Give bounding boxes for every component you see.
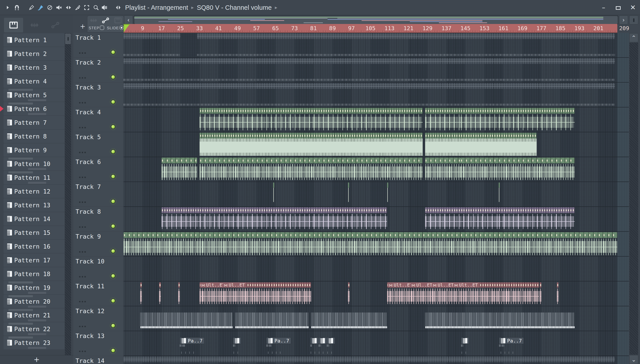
track-options-dots[interactable] — [79, 77, 80, 78]
slip-arrows-icon[interactable] — [64, 3, 73, 12]
track-options-dots[interactable] — [79, 202, 80, 203]
snap-magnet-icon[interactable] — [13, 3, 21, 12]
audio-clip-header[interactable] — [233, 133, 309, 138]
automation-tab[interactable] — [46, 18, 65, 32]
pattern-item[interactable]: Pattern 5 — [4, 88, 64, 102]
automation-clip-ticks[interactable] — [235, 312, 309, 326]
audio-clip-waveform[interactable] — [579, 238, 617, 256]
audio-clip-waveform[interactable] — [233, 114, 309, 131]
pattern-item[interactable]: Pattern 6 — [4, 102, 64, 116]
audio-clip-waveform[interactable] — [178, 288, 180, 304]
pattern-clip-header[interactable]: Pa..7 — [499, 337, 524, 344]
track-header[interactable]: Track 8 — [73, 207, 123, 231]
track-options-dots[interactable] — [79, 177, 80, 178]
track-header[interactable]: Track 1 — [73, 33, 123, 57]
audio-clip-waveform[interactable] — [352, 238, 428, 256]
audio-clip-header[interactable] — [309, 133, 385, 138]
audio-clip-header[interactable] — [233, 108, 309, 114]
pattern-item[interactable]: Pattern 3 — [4, 61, 64, 74]
audio-clip-header[interactable] — [537, 158, 575, 163]
audio-clip-header[interactable] — [159, 282, 161, 288]
audio-clip-waveform[interactable] — [557, 288, 558, 304]
audio-clip-header[interactable] — [309, 207, 387, 213]
breadcrumb-playlist[interactable]: Playlist - Arrangement — [125, 4, 188, 11]
audio-clip-header[interactable] — [233, 158, 309, 163]
track-options-dots[interactable] — [79, 301, 80, 302]
audio-clip-waveform[interactable] — [161, 214, 233, 230]
audio-clip-waveform[interactable] — [233, 138, 309, 156]
pattern-clip[interactable]: Pa..7 — [266, 337, 285, 354]
track-header[interactable]: Track 9 — [73, 232, 123, 256]
track-mute-led[interactable] — [111, 323, 116, 328]
pattern-clip[interactable]: Pa..7 — [499, 337, 518, 354]
ghost-clip-strip[interactable] — [124, 58, 615, 64]
audio-clip-waveform[interactable] — [161, 164, 197, 180]
audio-clip-waveform[interactable] — [427, 238, 503, 256]
pattern-item[interactable]: Pattern 22 — [4, 322, 64, 336]
stab-clip-waveform[interactable] — [273, 188, 274, 202]
ghost-clip-ticks[interactable] — [124, 104, 615, 106]
pattern-item[interactable]: Pattern 9 — [4, 144, 64, 157]
scroll-down-button[interactable]: ⌄ — [629, 355, 638, 364]
track-header[interactable]: Track 3 — [73, 82, 123, 107]
pattern-item[interactable]: Pattern 15 — [4, 226, 64, 239]
scroll-up-button[interactable]: ⌃ — [629, 33, 638, 42]
track-header[interactable]: Track 14 — [73, 356, 123, 364]
paint-brush-icon[interactable] — [36, 3, 45, 12]
pattern-clip[interactable]: Pa..7 — [179, 337, 198, 354]
pattern-item[interactable]: Pattern 8 — [4, 130, 64, 143]
audio-clip-waveform[interactable] — [233, 164, 309, 180]
pattern-item[interactable]: Pattern 21 — [4, 308, 64, 322]
track-header[interactable]: Track 2 — [73, 58, 123, 82]
audio-clip-header[interactable] — [199, 133, 233, 138]
track-header[interactable]: Track 13 — [73, 331, 123, 356]
track-mute-led[interactable] — [111, 174, 116, 179]
track-options-dots[interactable] — [79, 326, 80, 327]
pattern-item[interactable]: Pattern 11 — [4, 171, 64, 184]
pattern-clip-header[interactable]: Pa..7 — [266, 337, 291, 344]
track-mute-led[interactable] — [111, 248, 116, 254]
stab-clip-waveform[interactable] — [387, 188, 388, 202]
ghost-clip-strip[interactable] — [124, 356, 615, 362]
stab-clip-header[interactable] — [499, 182, 500, 188]
pattern-clip-header[interactable] — [461, 337, 469, 344]
slide-toggle[interactable] — [119, 26, 124, 30]
track-options-dots[interactable] — [79, 102, 80, 104]
pattern-item[interactable]: Pattern 7 — [4, 116, 64, 129]
track-options-dots[interactable] — [79, 351, 80, 352]
audio-clip-header[interactable] — [199, 158, 233, 163]
pattern-clip-header[interactable] — [233, 337, 241, 344]
playback-speaker-icon[interactable] — [100, 3, 109, 12]
pattern-item[interactable]: Pattern 17 — [4, 254, 64, 267]
track-mute-led[interactable] — [111, 74, 116, 80]
audio-clip-header[interactable] — [503, 232, 579, 238]
audio-clip-waveform[interactable] — [537, 164, 575, 180]
automation-clip-ticks[interactable] — [425, 312, 575, 326]
audio-clip-waveform[interactable] — [276, 238, 352, 256]
ghost-clip-strip[interactable] — [124, 83, 615, 89]
audio-clip-header[interactable] — [385, 158, 423, 163]
pattern-item[interactable]: Pattern 18 — [4, 267, 64, 280]
select-brackets-icon[interactable] — [82, 3, 91, 12]
delete-slash-icon[interactable] — [45, 3, 54, 12]
horizontal-scrollbar[interactable] — [134, 16, 618, 24]
stab-clip-header[interactable] — [348, 182, 349, 188]
track-header[interactable]: Track 12 — [73, 306, 123, 331]
audio-clip-waveform[interactable] — [503, 238, 579, 256]
audio-clip-waveform[interactable] — [309, 214, 387, 230]
audio-clip-waveform[interactable] — [425, 214, 499, 230]
audio-clip-header[interactable] — [540, 282, 541, 288]
track-options-dots[interactable] — [79, 251, 80, 252]
audio-clip-header[interactable] — [276, 232, 352, 238]
pattern-clip[interactable] — [233, 337, 241, 354]
ghost-clip-ticks[interactable] — [197, 54, 615, 56]
audio-clip-waveform[interactable] — [387, 288, 539, 304]
pattern-item[interactable]: Pattern 19 — [4, 281, 64, 294]
audio-clip-waveform[interactable] — [537, 114, 575, 131]
audio-clip-header[interactable] — [461, 158, 537, 163]
pattern-item[interactable]: Pattern 14 — [4, 212, 64, 226]
audio-clip-waveform[interactable] — [385, 114, 423, 131]
pattern-item[interactable]: Pattern 4 — [4, 74, 64, 88]
audio-clip-header[interactable] — [233, 207, 309, 213]
patterns-tab[interactable] — [4, 18, 23, 32]
